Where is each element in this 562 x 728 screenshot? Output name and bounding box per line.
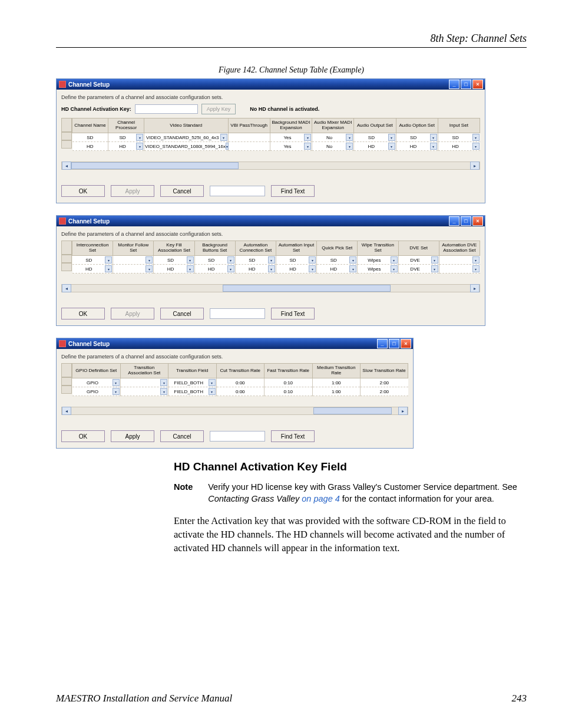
maximize-button[interactable]: □ (389, 339, 399, 348)
apply-button[interactable]: Apply (111, 185, 154, 197)
scroll-left-icon[interactable]: ◂ (62, 284, 71, 292)
cell[interactable]: ▾ (120, 387, 168, 396)
chevron-down-icon[interactable]: ▾ (349, 256, 356, 263)
ok-button[interactable]: OK (61, 308, 105, 319)
maximize-button[interactable]: □ (461, 216, 471, 226)
scroll-left-icon[interactable]: ◂ (62, 407, 71, 415)
minimize-button[interactable]: _ (449, 80, 459, 89)
close-button[interactable]: × (472, 216, 483, 226)
apply-key-button[interactable]: Apply Key (201, 104, 236, 114)
minimize-button[interactable]: _ (377, 339, 388, 348)
cell[interactable]: 0:10 (265, 378, 313, 387)
cell[interactable]: 1:00 (312, 378, 361, 387)
chevron-down-icon[interactable]: ▾ (209, 379, 216, 386)
apply-button[interactable]: Apply (111, 308, 154, 319)
col-header[interactable]: Channel Processor (108, 118, 144, 133)
cell[interactable]: DVE▾ (398, 265, 439, 274)
cell[interactable]: GPIO▾ (72, 378, 121, 387)
chevron-down-icon[interactable]: ▾ (472, 256, 480, 263)
find-text-input[interactable] (210, 308, 265, 319)
cell-audio-option[interactable]: SD▾ (396, 133, 438, 142)
cell[interactable]: 2:00 (361, 387, 408, 396)
horizontal-scrollbar[interactable]: ◂ ▸ (61, 284, 480, 292)
horizontal-scrollbar[interactable]: ◂ ▸ (61, 162, 480, 170)
row-handle[interactable] (61, 263, 72, 271)
col-header[interactable]: Audio Mixer MADI Expansion (312, 118, 354, 133)
cell[interactable]: 0:10 (265, 387, 313, 396)
cell[interactable]: 0:00 (216, 378, 265, 387)
col-header[interactable]: Audio Output Set (354, 118, 396, 133)
scroll-right-icon[interactable]: ▸ (398, 407, 408, 415)
chevron-down-icon[interactable]: ▾ (346, 143, 353, 150)
cancel-button[interactable]: Cancel (160, 430, 204, 442)
col-header[interactable]: Transition Field (168, 364, 217, 378)
chevron-down-icon[interactable]: ▾ (187, 256, 194, 263)
scroll-right-icon[interactable]: ▸ (470, 284, 480, 292)
chevron-down-icon[interactable]: ▾ (304, 143, 311, 150)
col-header[interactable]: GPIO Definition Set (72, 364, 121, 378)
chevron-down-icon[interactable]: ▾ (309, 256, 316, 263)
cell[interactable]: SD▾ (154, 256, 194, 265)
cell[interactable]: HD▾ (317, 265, 358, 274)
chevron-down-icon[interactable]: ▾ (227, 265, 234, 272)
cell-input-set[interactable]: HD▾ (438, 142, 480, 151)
cancel-button[interactable]: Cancel (160, 185, 204, 197)
col-header[interactable]: Background Buttons Set (194, 241, 235, 256)
col-header[interactable]: Medium Transition Rate (312, 364, 361, 378)
chevron-down-icon[interactable]: ▾ (136, 143, 143, 150)
col-header[interactable]: Quick Pick Set (317, 241, 358, 256)
row-handle[interactable] (61, 255, 72, 263)
chevron-down-icon[interactable]: ▾ (304, 134, 311, 141)
chevron-down-icon[interactable]: ▾ (388, 143, 395, 150)
chevron-down-icon[interactable]: ▾ (431, 256, 438, 263)
cell[interactable]: SD▾ (72, 256, 113, 265)
chevron-down-icon[interactable]: ▾ (472, 265, 480, 272)
cell[interactable]: HD▾ (72, 265, 113, 274)
cell[interactable]: HD▾ (154, 265, 194, 274)
cell[interactable]: ▾ (113, 256, 154, 265)
col-header[interactable]: Video Standard (144, 118, 228, 133)
chevron-down-icon[interactable]: ▾ (146, 265, 153, 272)
cell[interactable]: 1:00 (312, 387, 361, 396)
window-titlebar[interactable]: Channel Setup _ □ × (57, 79, 485, 90)
col-header[interactable]: Cut Transition Rate (216, 364, 265, 378)
minimize-button[interactable]: _ (449, 216, 459, 226)
cell-channel-name[interactable]: SD (72, 133, 108, 142)
chevron-down-icon[interactable]: ▾ (160, 388, 167, 395)
chevron-down-icon[interactable]: ▾ (105, 265, 112, 272)
row-handle[interactable] (61, 132, 72, 140)
cell[interactable]: SD▾ (235, 256, 276, 265)
cell-audio-option[interactable]: HD▾ (396, 142, 438, 151)
chevron-down-icon[interactable]: ▾ (113, 379, 120, 386)
cell-am-madi[interactable]: No▾ (312, 142, 354, 151)
horizontal-scrollbar[interactable]: ◂ ▸ (61, 407, 408, 415)
window-titlebar[interactable]: Channel Setup _ □ × (57, 216, 485, 226)
find-text-input[interactable] (210, 186, 265, 196)
chevron-down-icon[interactable]: ▾ (209, 388, 216, 395)
window-titlebar[interactable]: Channel Setup _ □ × (57, 338, 413, 349)
cancel-button[interactable]: Cancel (160, 308, 204, 319)
cell[interactable]: SD▾ (317, 256, 358, 265)
col-header[interactable]: Channel Name (72, 118, 108, 133)
cell[interactable]: FIELD_BOTH▾ (168, 378, 217, 387)
cell-audio-output[interactable]: SD▾ (354, 133, 396, 142)
chevron-down-icon[interactable]: ▾ (268, 265, 275, 272)
row-handle[interactable] (61, 377, 72, 386)
chevron-down-icon[interactable]: ▾ (346, 134, 353, 141)
row-handle[interactable] (61, 386, 72, 394)
cell[interactable]: ▾ (120, 378, 168, 387)
find-text-button[interactable]: Find Text (271, 430, 315, 442)
col-header[interactable]: Automation Input Set (276, 241, 316, 256)
page-link[interactable]: on page 4 (299, 494, 340, 503)
cell[interactable]: ▾ (439, 256, 480, 265)
scroll-left-icon[interactable]: ◂ (62, 162, 71, 170)
col-header[interactable]: Input Set (438, 118, 480, 133)
chevron-down-icon[interactable]: ▾ (220, 134, 227, 141)
cell[interactable]: HD▾ (235, 265, 276, 274)
chevron-down-icon[interactable]: ▾ (391, 256, 398, 263)
cell-audio-output[interactable]: HD▾ (354, 142, 396, 151)
hd-key-input[interactable] (135, 104, 198, 114)
cell[interactable]: ▾ (439, 265, 480, 274)
cell[interactable]: GPIO▾ (72, 387, 121, 396)
col-header[interactable]: Wipe Transition Set (358, 241, 398, 256)
